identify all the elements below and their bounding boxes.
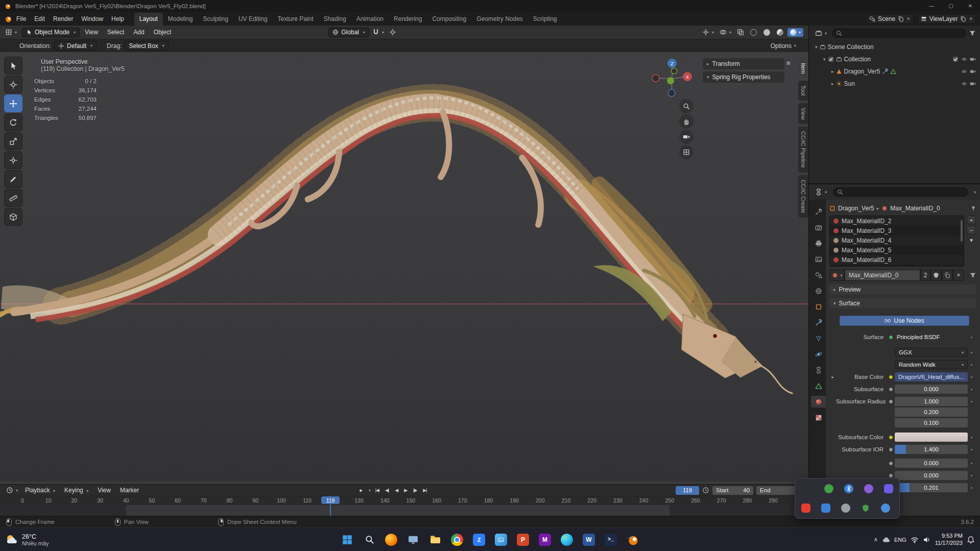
tool-measure[interactable] [4,189,22,207]
zoom-button[interactable] [679,99,694,113]
object-icon[interactable] [829,205,835,211]
subsurface-ior-field[interactable]: 1.400 [895,445,968,454]
show-gizmo-button[interactable]: ▾ [700,28,716,37]
timeline-editor-type-button[interactable]: ▾ [4,486,20,495]
slot-specials-button[interactable]: ▾ [967,236,976,245]
tab-scene-properties[interactable] [811,269,826,281]
decorator-dot[interactable]: • [968,374,975,380]
disclosure-icon[interactable]: ▸ [831,81,834,86]
collection-checkbox-icon[interactable] [828,56,834,62]
remove-viewlayer-icon[interactable]: ✕ [969,16,973,21]
decorator-dot[interactable]: • [968,350,975,355]
properties-search-input[interactable] [833,187,968,197]
orientation-default-select[interactable]: Default ▾ [54,41,97,51]
tab-shading[interactable]: Shading [319,13,351,26]
disclosure-icon[interactable]: ▸ [831,69,834,74]
properties-editor-type-button[interactable]: ▾ [813,187,829,197]
filter-icon[interactable] [969,272,976,279]
timeline-ticks[interactable]: 0102030405060708090100110120130140150160… [0,496,808,505]
app-powerpoint[interactable]: P [514,531,532,548]
decorator-dot[interactable]: • [968,485,975,491]
sidebar-tab-tool[interactable]: Tool [798,81,808,100]
surface-shader-value[interactable]: Principled BSDF [895,332,968,342]
decorator-dot[interactable]: • [968,435,975,440]
menu-add[interactable]: Add [129,27,148,37]
outliner-row-sun[interactable]: ▸ Sun [809,78,980,90]
play-button[interactable]: ▶ [402,487,409,494]
sidebar-tab-ccic-create[interactable]: CC/iC Create [798,175,808,218]
app-photos[interactable] [492,531,510,548]
tab-physics-properties[interactable] [811,348,826,360]
tool-scale[interactable] [4,132,22,150]
app-zalo[interactable]: Z [470,531,488,548]
tab-render-properties[interactable] [811,222,826,233]
tab-constraint-properties[interactable] [811,364,826,376]
axis-y-ball[interactable] [667,77,674,84]
weather-widget[interactable]: 26°C Nhiều mây [5,533,49,546]
base-color-texture-field[interactable]: DragonV6_Head_diffus... [895,372,968,381]
outliner-editor-type-button[interactable]: ▾ [813,29,829,38]
tab-data-properties[interactable] [811,380,826,392]
value-field[interactable]: 0.201 [895,483,968,492]
proportional-editing-button[interactable] [387,28,398,37]
tool-transform[interactable] [4,151,22,169]
fake-user-shield-button[interactable] [930,270,942,281]
tool-move[interactable] [4,94,22,112]
start-frame-field[interactable]: Start 40 [712,486,753,495]
copy-icon[interactable] [960,16,966,22]
material-slot[interactable]: Max_MaterialID_3 [830,226,964,235]
tray-icon-shield-app[interactable] [860,502,871,514]
notification-bell-icon[interactable] [967,536,975,544]
unlink-material-button[interactable]: ✕ [953,270,964,281]
material-name-field[interactable]: Max_MaterialID_0 [845,270,920,281]
subsurface-radius-x-field[interactable]: 1.000 [895,397,968,406]
add-slot-button[interactable]: + [967,215,976,224]
tray-icon-blue-circle-app[interactable] [880,502,891,514]
axis-neg-z-ball[interactable] [668,89,675,97]
decorator-dot[interactable]: • [968,387,975,392]
record-button[interactable]: ● [357,486,364,494]
tool-cursor[interactable] [4,76,22,93]
close-button[interactable]: ✕ [961,0,980,12]
decorator-dot[interactable]: • [968,473,975,478]
decorator-dot[interactable]: • [968,461,975,466]
transform-orientation-select[interactable]: Global ▾ [328,28,369,37]
pan-button[interactable] [679,114,694,129]
tab-scripting[interactable]: Scripting [528,13,562,26]
axis-neg-x-ball[interactable] [652,75,659,82]
material-slot[interactable]: Max_MaterialID_6 [830,255,964,265]
menu-timeline-view[interactable]: View [93,485,115,495]
viewlayer-selector[interactable]: ViewLayer ✕ [918,14,976,24]
distribution-dropdown[interactable]: GGX▾ [895,348,968,357]
tab-modifier-properties[interactable] [811,317,826,328]
play-reverse-button[interactable]: ◀ [393,487,399,494]
slot-list-scrollbar[interactable] [961,220,963,242]
blender-menu-icon[interactable] [4,15,12,23]
current-frame-pill[interactable]: 119 [321,496,340,504]
material-slot[interactable]: Max_MaterialID_4 [830,235,964,245]
subsurface-method-dropdown[interactable]: Random Walk▾ [895,360,968,369]
menu-select[interactable]: Select [103,27,128,37]
tray-icon-gray-app[interactable] [840,502,851,514]
decorator-dot[interactable]: • [968,362,975,368]
tab-geometry-nodes[interactable]: Geometry Nodes [471,13,528,26]
ortho-toggle-button[interactable] [679,145,694,159]
tray-overflow-chevron[interactable]: ∧ [874,536,878,543]
tray-icon-bluetooth[interactable] [843,483,854,494]
menu-render[interactable]: Render [49,13,77,25]
panel-transform[interactable]: ▸ Transform [703,58,784,69]
show-overlays-button[interactable]: ▾ [718,28,733,37]
remove-slot-button[interactable]: − [967,226,976,234]
tab-layout[interactable]: Layout [134,13,163,26]
disclosure-icon[interactable]: ▾ [823,57,826,62]
tab-world-properties[interactable] [811,285,826,297]
render-camera-icon[interactable] [970,68,976,75]
app-edge[interactable] [558,531,576,548]
section-surface[interactable]: ▾ Surface [829,298,976,308]
menu-marker[interactable]: Marker [116,485,143,495]
decorator-dot[interactable]: • [968,399,975,404]
tray-icon-green-app[interactable] [823,483,834,494]
subsurface-radius-z-field[interactable]: 0.100 [895,418,968,427]
decorator-dot[interactable]: • [968,447,975,452]
exclude-checkbox-icon[interactable] [952,56,959,62]
